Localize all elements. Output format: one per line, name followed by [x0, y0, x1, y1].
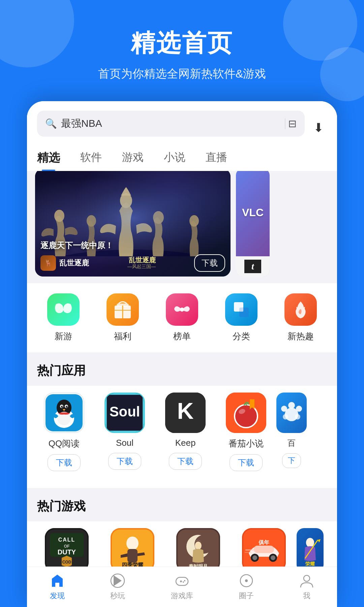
app-fanqie[interactable]: 番茄小说 下载: [216, 386, 276, 478]
qr-scan-icon[interactable]: ⊟: [288, 118, 297, 129]
me-icon: [299, 573, 314, 588]
quickplay-icon: [110, 573, 125, 588]
ranking-icon: [166, 293, 198, 326]
qq-read-icon: [44, 393, 84, 433]
nav-tabs: 精选 软件 游戏 小说 直播: [27, 145, 337, 171]
bottom-nav-quickplay[interactable]: 秒玩: [103, 570, 132, 604]
fanqie-svg: [226, 393, 266, 433]
game-qq-car[interactable]: 俱年 QQ飞车手游: [231, 521, 297, 567]
download-manager-icon[interactable]: ⬇: [310, 121, 327, 135]
page-title: 精选首页: [13, 27, 351, 59]
svg-text:CALL: CALL: [58, 537, 75, 543]
hot-games-section: 热门游戏 CALL OF DUTY: [27, 488, 337, 567]
header-section: 精选首页 首页为你精选全网新热软件&游戏: [0, 0, 364, 95]
svg-text:DUTY: DUTY: [57, 548, 76, 556]
bottom-nav-community[interactable]: 圈子: [232, 570, 261, 604]
svg-text:秦时明月: 秦时明月: [189, 563, 208, 567]
banner-download-button[interactable]: 下载: [194, 254, 225, 272]
app-qq-read[interactable]: QQ阅读 下载: [34, 386, 94, 478]
svg-rect-60: [254, 546, 274, 553]
soul-name: Soul: [116, 438, 133, 448]
tab-novel[interactable]: 小说: [154, 145, 195, 171]
me-label: 我: [303, 591, 310, 601]
fanqie-download[interactable]: 下载: [230, 454, 263, 471]
app-keep[interactable]: K Keep 下载: [155, 386, 216, 478]
bottom-nav-gamelibrary[interactable]: 游戏库: [164, 570, 200, 604]
search-area: 🔍 最强NBA ⊟ ⬇: [27, 101, 337, 145]
game-glory-partial[interactable]: 荣耀 荣耀: [297, 521, 324, 567]
quick-nav-new-trend[interactable]: 新热趣: [284, 293, 317, 342]
search-icon: 🔍: [45, 118, 57, 129]
soul-svg: Soul: [105, 393, 144, 433]
baidu-download-partial[interactable]: 下: [282, 453, 301, 468]
hot-apps-title: 热门应用: [27, 352, 337, 386]
qq-read-download[interactable]: 下载: [48, 454, 81, 471]
svg-point-23: [67, 406, 67, 407]
quick-nav-new-game[interactable]: 新游: [47, 293, 80, 342]
nyt-icon: t: [244, 260, 261, 273]
tab-games[interactable]: 游戏: [112, 145, 154, 171]
qin-icon: 秦时明月: [176, 528, 220, 567]
svg-point-1: [54, 210, 64, 222]
community-label: 圈子: [239, 591, 254, 601]
ranking-svg: [173, 300, 191, 319]
svg-point-39: [295, 414, 300, 420]
apps-row: QQ阅读 下载 Soul Soul 下载: [27, 386, 337, 488]
banner-side[interactable]: VLC t: [236, 169, 270, 277]
new-trend-label: 新热趣: [287, 330, 314, 342]
banner-game-name: 乱世逐鹿: [59, 258, 89, 268]
app-soul[interactable]: Soul Soul 下载: [94, 386, 155, 478]
quick-nav-category[interactable]: 分类: [225, 293, 257, 342]
svg-point-21: [66, 406, 68, 408]
search-bar[interactable]: 🔍 最强NBA ⊟: [37, 111, 305, 137]
keep-icon: K: [165, 393, 206, 433]
svg-text:Soul: Soul: [110, 404, 140, 420]
game-qin[interactable]: 秦时明月 秦时明月: [165, 521, 231, 567]
keep-download[interactable]: 下载: [169, 453, 202, 470]
quick-nav-ranking[interactable]: 榜单: [166, 293, 198, 342]
category-label: 分类: [233, 330, 250, 342]
app-baidu-partial[interactable]: 百 下: [276, 386, 307, 478]
discover-icon: [50, 573, 65, 588]
bottom-nav-discover[interactable]: 发现: [43, 570, 71, 604]
svg-point-81: [304, 575, 310, 581]
qq-read-name: QQ阅读: [49, 438, 80, 450]
svg-point-64: [271, 555, 275, 560]
qq-car-svg: 俱年: [242, 528, 286, 567]
svg-point-37: [296, 406, 302, 412]
banner-main[interactable]: 逐鹿天下一统中原！ 🦌 乱世逐鹿 乱世逐鹿 —风起三国— 下载: [35, 169, 231, 277]
community-icon: [239, 573, 254, 588]
gamelibrary-icon: [175, 573, 189, 588]
bottom-nav-me[interactable]: 我: [293, 570, 321, 604]
soul-download[interactable]: 下载: [108, 453, 141, 470]
new-trend-icon: [284, 293, 317, 326]
svg-point-68: [306, 538, 314, 547]
hot-apps-section: 热门应用: [27, 352, 337, 488]
svg-rect-50: [127, 549, 138, 562]
svg-text:俱年: 俱年: [258, 540, 270, 545]
svg-marker-70: [318, 539, 321, 543]
gamelibrary-label: 游戏库: [171, 591, 193, 601]
new-game-icon: [47, 293, 80, 326]
tab-live[interactable]: 直播: [195, 145, 237, 171]
svg-text:OF: OF: [64, 544, 69, 549]
banner-game-logo: 乱世逐鹿 —风起三国—: [127, 256, 156, 270]
svg-text:COD: COD: [62, 560, 71, 565]
game-cod[interactable]: CALL OF DUTY COD 使命召唤: [34, 521, 99, 567]
tab-software[interactable]: 软件: [70, 145, 112, 171]
quick-nav-welfare[interactable]: 福利: [107, 293, 139, 342]
banner-side-content: VLC: [236, 169, 270, 256]
new-game-label: 新游: [55, 330, 72, 342]
svg-point-62: [252, 555, 257, 560]
banner-slogan: 逐鹿天下一统中原！: [40, 240, 225, 251]
glory-icon: 荣耀: [297, 528, 324, 567]
quickplay-label: 秒玩: [110, 591, 125, 601]
discover-label: 发现: [50, 591, 65, 601]
category-icon: [225, 293, 257, 326]
welfare-icon: [107, 293, 139, 326]
game-pubg[interactable]: 四季荣耀 和平精英: [99, 521, 165, 567]
tab-featured[interactable]: 精选: [27, 145, 70, 171]
quick-nav-section: 新游 福利: [27, 283, 337, 352]
glory-svg: 荣耀: [298, 533, 322, 567]
keep-name: Keep: [175, 438, 196, 448]
